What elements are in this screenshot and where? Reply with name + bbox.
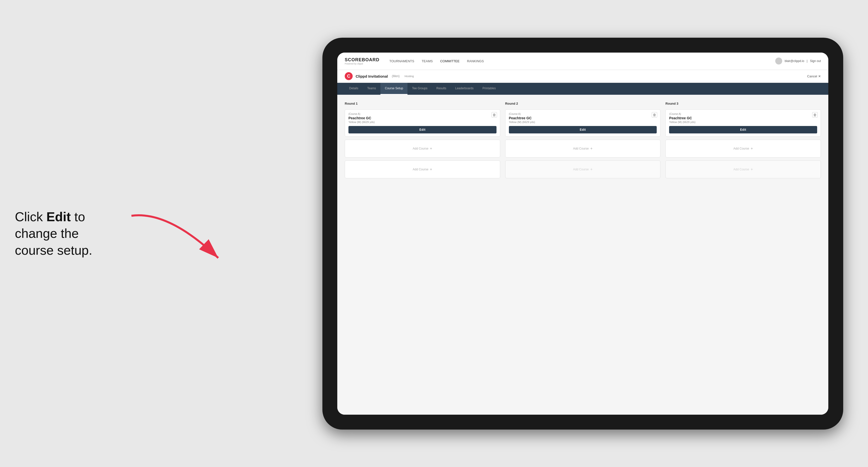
cancel-x-icon: ✕ <box>818 74 821 78</box>
sign-out-link[interactable]: Sign out <box>810 59 821 63</box>
rounds-container: Round 1 (Course A) Peachtree GC Yellow (… <box>345 102 821 178</box>
round-1-add-course-text-2: Add Course + <box>413 167 432 172</box>
round-3-add-plus-1: + <box>751 146 753 151</box>
round-1-course-card: (Course A) Peachtree GC Yellow (M) (6629… <box>345 110 500 137</box>
round-3-delete-icon[interactable]: 🗑 <box>812 112 818 118</box>
round-3-column: Round 3 (Course A) Peachtree GC Yellow (… <box>665 102 821 178</box>
arrow-graphic <box>119 204 243 278</box>
sub-header: C Clippd Invitational (Men) Hosting Canc… <box>337 70 828 83</box>
round-2-add-plus-2: + <box>590 167 592 172</box>
hosting-badge: Hosting <box>404 75 414 77</box>
logo-subtitle: Powered by clippd <box>345 62 379 65</box>
nav-rankings[interactable]: RANKINGS <box>467 58 484 64</box>
round-2-add-course-text-2: Add Course + <box>573 167 593 172</box>
nav-teams[interactable]: TEAMS <box>422 58 433 64</box>
top-nav: SCOREBOARD Powered by clippd TOURNAMENTS… <box>337 53 828 70</box>
tournament-name: Clippd Invitational <box>355 74 388 79</box>
round-3-add-course-text-2: Add Course + <box>733 167 753 172</box>
nav-divider: | <box>807 59 807 63</box>
round-2-course-name: Peachtree GC <box>509 116 657 120</box>
user-email: blair@clippd.io <box>785 59 804 63</box>
round-3-add-plus-2: + <box>751 167 753 172</box>
tournament-gender: (Men) <box>392 74 400 78</box>
round-2-title: Round 2 <box>505 102 661 105</box>
round-1-add-course-text-1: Add Course + <box>413 146 432 151</box>
round-2-course-details: Yellow (M) (6629 yds) <box>509 121 657 124</box>
round-1-column: Round 1 (Course A) Peachtree GC Yellow (… <box>345 102 500 178</box>
round-2-delete-icon[interactable]: 🗑 <box>652 112 657 118</box>
round-1-add-course-2[interactable]: Add Course + <box>345 160 500 178</box>
round-3-course-card: (Course A) Peachtree GC Yellow (M) (6629… <box>665 110 821 137</box>
round-3-title: Round 3 <box>665 102 821 105</box>
round-3-course-name: Peachtree GC <box>669 116 817 120</box>
main-content: Round 1 (Course A) Peachtree GC Yellow (… <box>337 95 828 415</box>
tab-details[interactable]: Details <box>345 83 363 95</box>
tablet-screen: SCOREBOARD Powered by clippd TOURNAMENTS… <box>337 53 828 415</box>
round-1-add-course-1[interactable]: Add Course + <box>345 139 500 157</box>
tabs-bar: Details Teams Course Setup Tee Groups Re… <box>337 83 828 95</box>
round-1-title: Round 1 <box>345 102 500 105</box>
round-2-add-course-2: Add Course + <box>505 160 661 178</box>
tab-printables[interactable]: Printables <box>478 83 500 95</box>
round-1-course-details: Yellow (M) (6629 yds) <box>348 121 496 124</box>
round-1-course-name: Peachtree GC <box>348 116 496 120</box>
round-1-course-label: (Course A) <box>348 113 496 115</box>
round-3-edit-button[interactable]: Edit <box>669 126 817 133</box>
round-3-add-course-text-1: Add Course + <box>733 146 753 151</box>
nav-tournaments[interactable]: TOURNAMENTS <box>390 58 414 64</box>
tablet-device: SCOREBOARD Powered by clippd TOURNAMENTS… <box>322 38 843 430</box>
round-3-course-details: Yellow (M) (6629 yds) <box>669 121 817 124</box>
nav-committee[interactable]: COMMITTEE <box>440 58 460 64</box>
tab-teams[interactable]: Teams <box>363 83 380 95</box>
tab-tee-groups[interactable]: Tee Groups <box>407 83 432 95</box>
round-2-add-plus-1: + <box>590 146 592 151</box>
round-3-add-course-1[interactable]: Add Course + <box>665 139 821 157</box>
round-2-course-card: (Course A) Peachtree GC Yellow (M) (6629… <box>505 110 661 137</box>
round-3-add-course-2: Add Course + <box>665 160 821 178</box>
scoreboard-logo: SCOREBOARD <box>345 57 379 62</box>
round-2-edit-button[interactable]: Edit <box>509 126 657 133</box>
nav-right: blair@clippd.io | Sign out <box>775 58 821 64</box>
logo-area: SCOREBOARD Powered by clippd <box>345 57 379 65</box>
user-avatar <box>775 58 782 64</box>
nav-links: TOURNAMENTS TEAMS COMMITTEE RANKINGS <box>390 58 775 64</box>
cancel-label: Cancel <box>807 74 817 78</box>
round-2-add-course-1[interactable]: Add Course + <box>505 139 661 157</box>
tab-results[interactable]: Results <box>432 83 451 95</box>
tab-leaderboards[interactable]: Leaderboards <box>451 83 478 95</box>
round-2-column: Round 2 (Course A) Peachtree GC Yellow (… <box>505 102 661 178</box>
round-2-course-label: (Course A) <box>509 113 657 115</box>
tournament-info: C Clippd Invitational (Men) Hosting <box>345 72 414 80</box>
tab-course-setup[interactable]: Course Setup <box>380 83 407 95</box>
round-1-delete-icon[interactable]: 🗑 <box>492 112 497 118</box>
round-1-add-plus-2: + <box>430 167 432 172</box>
round-3-course-label: (Course A) <box>669 113 817 115</box>
edit-bold: Edit <box>46 209 71 224</box>
clippd-logo: C <box>345 72 353 80</box>
round-1-add-plus-1: + <box>430 146 432 151</box>
instruction-text: Click Edit to change the course setup. <box>15 208 119 259</box>
round-2-add-course-text-1: Add Course + <box>573 146 593 151</box>
cancel-button[interactable]: Cancel ✕ <box>807 74 821 78</box>
round-1-edit-button[interactable]: Edit <box>348 126 496 133</box>
